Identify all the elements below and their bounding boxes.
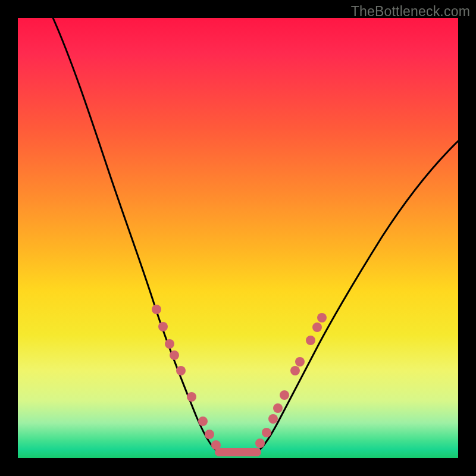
- marker-right: [295, 357, 305, 367]
- marker-left: [170, 350, 179, 360]
- marker-left: [187, 392, 196, 402]
- marker-right: [290, 366, 300, 375]
- marker-right: [273, 403, 283, 413]
- marker-right: [280, 390, 289, 400]
- plot-area: [18, 18, 458, 458]
- outer-frame: TheBottleneck.com: [0, 0, 476, 476]
- right-curve: [255, 141, 458, 453]
- marker-left: [198, 416, 208, 426]
- marker-right: [306, 336, 315, 345]
- marker-left: [211, 440, 221, 450]
- marker-left: [158, 322, 168, 331]
- marker-left: [176, 366, 186, 375]
- marker-left: [205, 430, 214, 439]
- watermark-text: TheBottleneck.com: [351, 4, 470, 20]
- marker-right: [255, 439, 265, 448]
- marker-right: [312, 322, 322, 332]
- left-curve: [53, 18, 221, 453]
- chart-svg: [18, 18, 458, 458]
- marker-right: [262, 428, 271, 437]
- marker-right: [268, 414, 278, 424]
- marker-right: [317, 313, 327, 322]
- marker-left: [152, 305, 161, 314]
- marker-left: [165, 339, 174, 349]
